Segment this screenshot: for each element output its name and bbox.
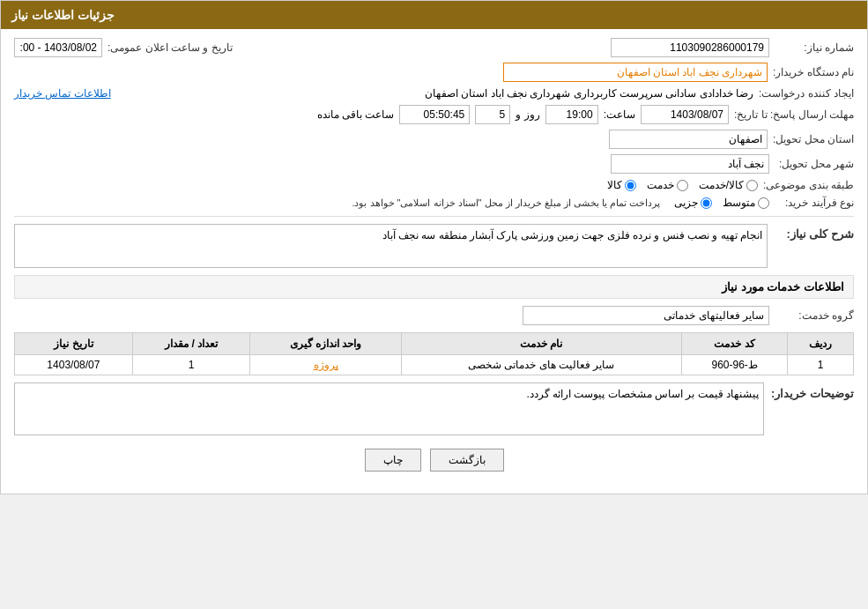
creator-label: ایجاد کننده درخواست:	[759, 87, 854, 100]
services-section-header: اطلاعات خدمات مورد نیاز	[14, 275, 854, 299]
need-desc-textarea[interactable]: انجام تهیه و نصب فنس و نرده فلزی جهت زمی…	[14, 224, 768, 268]
city-row: شهر محل تحویل:	[14, 154, 854, 174]
need-number-label: شماره نیاز:	[775, 41, 854, 54]
purchase-type-jozii[interactable]: جزیی	[674, 197, 712, 209]
table-header-row: ردیف کد خدمت نام خدمت واحد اندازه گیری ت…	[15, 333, 854, 355]
category-row: طبقه بندی موضوعی: کالا/خدمت خدمت کالا	[14, 179, 854, 191]
cell-date: 1403/08/07	[15, 355, 133, 375]
page-wrapper: جزئیات اطلاعات نیاز شماره نیاز: تاریخ و …	[0, 0, 868, 494]
print-button[interactable]: چاپ	[365, 449, 421, 472]
creator-value: رضا خدادادی سادانی سرپرست کاربرداری شهرد…	[425, 87, 753, 100]
cell-count: 1	[132, 355, 250, 375]
province-input[interactable]	[609, 130, 768, 149]
category-option-kala[interactable]: کالا	[607, 179, 636, 191]
purchase-type-radio-group: متوسط جزیی	[674, 197, 769, 209]
announce-date-label: تاریخ و ساعت اعلان عمومی:	[108, 41, 233, 54]
service-group-input[interactable]	[523, 306, 769, 325]
deadline-date-input[interactable]	[641, 105, 729, 124]
deadline-time-label: ساعت:	[604, 108, 635, 121]
col-count: تعداد / مقدار	[132, 333, 250, 355]
page-header: جزئیات اطلاعات نیاز	[1, 1, 867, 29]
contact-link[interactable]: اطلاعات تماس خریدار	[14, 87, 111, 100]
buyer-notes-textarea[interactable]: پیشنهاد قیمت بر اساس مشخصات پیوست ارائه …	[14, 382, 764, 435]
content-area: شماره نیاز: تاریخ و ساعت اعلان عمومی: نا…	[1, 29, 867, 494]
buyer-org-label: نام دستگاه خریدار:	[773, 66, 854, 78]
purchase-note: پرداخت تمام یا بخشی از مبلغ خریدار از مح…	[352, 197, 660, 209]
page-title: جزئیات اطلاعات نیاز	[11, 8, 115, 22]
deadline-days-input[interactable]	[475, 105, 510, 124]
col-unit: واحد اندازه گیری	[250, 333, 401, 355]
purchase-type-row: نوع فرآیند خرید: متوسط جزیی پرداخت تمام …	[14, 197, 854, 209]
creator-row: ایجاد کننده درخواست: رضا خدادادی سادانی …	[14, 87, 854, 100]
province-row: استان محل تحویل:	[14, 130, 854, 149]
button-row: بازگشت چاپ	[14, 449, 854, 472]
deadline-row: مهلت ارسال پاسخ: تا تاریخ: ساعت: روز و س…	[14, 105, 854, 124]
cell-unit: پروژه	[250, 355, 401, 375]
col-code: کد خدمت	[681, 333, 787, 355]
deadline-days-label: روز و	[516, 108, 539, 121]
province-label: استان محل تحویل:	[773, 133, 854, 145]
need-number-input[interactable]	[611, 38, 769, 57]
service-group-label: گروه خدمت:	[775, 309, 854, 322]
deadline-label: مهلت ارسال پاسخ: تا تاریخ:	[734, 108, 854, 121]
buyer-notes-label: توضیحات خریدار:	[771, 382, 854, 400]
buyer-org-input[interactable]	[503, 63, 768, 82]
category-radio-group: کالا/خدمت خدمت کالا	[607, 179, 758, 191]
col-row: ردیف	[788, 333, 854, 355]
table-row: 1 ط-96-960 سایر فعالیت های خدماتی شخصی پ…	[15, 355, 854, 375]
deadline-time-input[interactable]	[545, 105, 598, 124]
remaining-label: ساعت باقی مانده	[317, 108, 395, 121]
back-button[interactable]: بازگشت	[430, 449, 504, 472]
services-table-section: ردیف کد خدمت نام خدمت واحد اندازه گیری ت…	[14, 332, 854, 375]
category-option-khadamat[interactable]: خدمت	[647, 179, 688, 191]
city-input[interactable]	[611, 154, 769, 174]
services-header-text: اطلاعات خدمات مورد نیاز	[722, 280, 844, 293]
need-number-row: شماره نیاز: تاریخ و ساعت اعلان عمومی:	[14, 38, 854, 57]
category-label: طبقه بندی موضوعی:	[763, 179, 854, 191]
buyer-notes-section: توضیحات خریدار: پیشنهاد قیمت بر اساس مشخ…	[14, 382, 854, 435]
cell-name: سایر فعالیت های خدماتی شخصی	[401, 355, 681, 375]
service-group-row: گروه خدمت:	[14, 306, 854, 325]
col-date: تاریخ نیاز	[15, 333, 133, 355]
services-table: ردیف کد خدمت نام خدمت واحد اندازه گیری ت…	[14, 332, 854, 375]
city-label: شهر محل تحویل:	[775, 158, 854, 170]
category-option-kala-khadamat[interactable]: کالا/خدمت	[699, 179, 758, 191]
cell-row: 1	[788, 355, 854, 375]
col-name: نام خدمت	[401, 333, 681, 355]
need-desc-section: شرح کلی نیاز: انجام تهیه و نصب فنس و نرد…	[14, 224, 854, 268]
purchase-type-motavaset[interactable]: متوسط	[723, 197, 769, 209]
remaining-time-input[interactable]	[399, 105, 470, 124]
need-desc-label: شرح کلی نیاز:	[775, 224, 854, 241]
cell-code: ط-96-960	[681, 355, 787, 375]
purchase-type-label: نوع فرآیند خرید:	[775, 197, 854, 209]
buyer-org-row: نام دستگاه خریدار:	[14, 63, 854, 82]
announce-date-input[interactable]	[14, 38, 102, 57]
